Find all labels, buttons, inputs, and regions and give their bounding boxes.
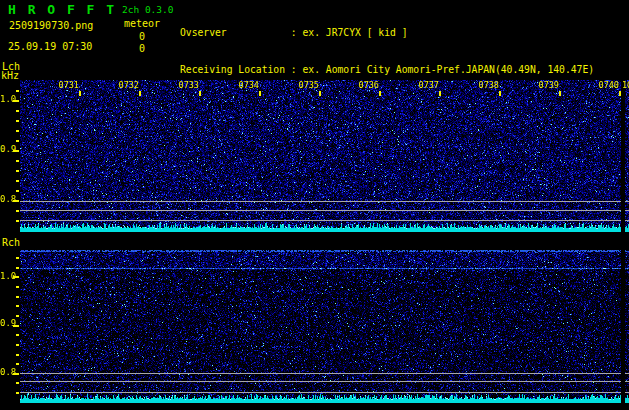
freq-minor-tick [16, 130, 19, 132]
freq-minor-tick [16, 315, 19, 317]
freq-major-tick [13, 100, 19, 102]
lch-spectrogram-canvas [20, 80, 629, 232]
freq-minor-tick [16, 220, 19, 222]
time-label: 0735 [297, 80, 319, 90]
time-tick [79, 91, 81, 96]
time-label: 0733 [177, 80, 199, 90]
freq-tick-label: 0.8 [0, 367, 16, 377]
freq-tick-label: 0.9 [0, 144, 16, 154]
time-tick [439, 91, 441, 96]
freq-minor-tick [16, 90, 19, 92]
time-label: 0734 [237, 80, 259, 90]
freq-minor-tick [16, 120, 19, 122]
freq-minor-tick [16, 170, 19, 172]
time-label: 0731 [57, 80, 79, 90]
freq-minor-tick [16, 257, 19, 259]
freq-minor-tick [16, 363, 19, 365]
freq-minor-tick [16, 267, 19, 269]
freq-minor-tick [16, 190, 19, 192]
time-tick [259, 91, 261, 96]
partial-time-label: 10 [622, 80, 629, 90]
version-label: 2ch 0.3.0 [122, 4, 173, 15]
time-tick [199, 91, 201, 96]
freq-major-tick [13, 325, 19, 327]
time-tick [139, 91, 141, 96]
freq-minor-tick [16, 382, 19, 384]
rch-spectrogram-canvas [20, 250, 629, 403]
freq-minor-tick [16, 110, 19, 112]
freq-minor-tick [16, 180, 19, 182]
time-label: 0738 [477, 80, 499, 90]
freq-minor-tick [16, 296, 19, 298]
freq-minor-tick [16, 354, 19, 356]
hrofft-output: H R O F F T 2ch 0.3.0 2509190730.png met… [0, 0, 629, 410]
freq-major-tick [13, 276, 19, 278]
mode-label: meteor [124, 18, 160, 29]
freq-major-tick [13, 373, 19, 375]
time-tick [559, 91, 561, 96]
rch-axis-label: Rch [2, 237, 20, 248]
freq-major-tick [13, 200, 19, 202]
freq-major-tick [13, 150, 19, 152]
meteor-count-secondary: 0 [139, 43, 145, 54]
time-label: 0739 [537, 80, 559, 90]
time-label: 0732 [117, 80, 139, 90]
freq-minor-tick [16, 140, 19, 142]
time-tick [619, 91, 621, 96]
khz-unit-label: kHz [1, 70, 19, 81]
freq-minor-tick [16, 160, 19, 162]
time-label: 0737 [417, 80, 439, 90]
time-tick [379, 91, 381, 96]
app-title: H R O F F T [8, 2, 116, 17]
observer-line: Ovserver : ex. JR7CYX [ kid ] [180, 27, 623, 39]
location-line: Receiving Location : ex. Aomori City Aom… [180, 64, 623, 76]
freq-minor-tick [16, 392, 19, 394]
time-label: 0736 [357, 80, 379, 90]
freq-minor-tick [16, 334, 19, 336]
freq-minor-tick [16, 305, 19, 307]
freq-minor-tick [16, 344, 19, 346]
time-label: 0740 [597, 80, 619, 90]
freq-tick-label: 1.0 [0, 94, 16, 104]
freq-minor-tick [16, 210, 19, 212]
filename-label: 2509190730.png [9, 20, 93, 31]
freq-minor-tick [16, 286, 19, 288]
freq-tick-label: 0.8 [0, 194, 16, 204]
time-tick [499, 91, 501, 96]
time-tick [319, 91, 321, 96]
datetime-label: 25.09.19 07:30 [8, 41, 92, 52]
meteor-count-primary: 0 [139, 31, 145, 42]
